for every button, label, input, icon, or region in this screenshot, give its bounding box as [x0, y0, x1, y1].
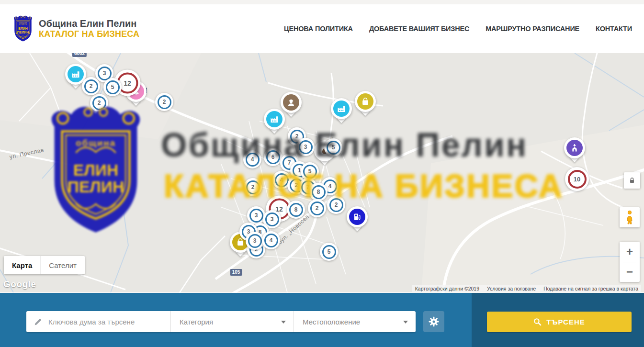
pencil-icon [34, 318, 42, 326]
nav-item-contacts[interactable]: КОНТАКТИ [596, 25, 632, 33]
search-bar: Категория Местоположение [0, 293, 644, 347]
municipality-crest-icon: община ЕЛИН ПЕЛИН [12, 15, 34, 43]
cluster-count: 2 [92, 96, 106, 110]
keyword-search-input[interactable] [26, 311, 170, 332]
map-attribution: Картографски данни ©2019 Условия за полз… [412, 285, 641, 292]
road-badge: 105 [230, 269, 242, 276]
chevron-down-icon [403, 321, 408, 324]
factory-icon [71, 69, 80, 79]
cluster-count: 2 [329, 198, 343, 212]
cluster-marker[interactable]: 2 [244, 178, 262, 196]
cluster-count: 3 [248, 234, 262, 248]
pegman-button[interactable] [620, 207, 640, 227]
search-group: Категория Местоположение [26, 311, 416, 332]
terms-link[interactable]: Условия за ползване [487, 286, 536, 291]
lock-button[interactable] [624, 172, 640, 189]
nav-item-add-business[interactable]: ДОБАВЕТЕ ВАШИЯТ БИЗНЕС [369, 25, 469, 33]
cluster-marker[interactable]: 2 [327, 196, 345, 214]
map-pin-factory[interactable] [264, 109, 285, 132]
road-badge: 6002 [72, 53, 87, 57]
svg-text:ЕЛИН: ЕЛИН [18, 27, 27, 30]
cluster-marker[interactable]: 2 [90, 94, 108, 112]
cluster-marker[interactable]: 5 [301, 162, 319, 180]
factory-icon [270, 114, 279, 124]
church-icon [570, 143, 579, 153]
attribution-copyright: Картографски данни ©2019 [415, 286, 479, 291]
cluster-count: 4 [246, 153, 260, 167]
cluster-count: 5 [327, 141, 340, 155]
pegman-icon [623, 210, 636, 224]
cluster-count: 6 [266, 150, 280, 164]
keyword-field-wrap [26, 311, 171, 332]
top-strip [0, 0, 644, 4]
cluster-marker[interactable]: 5 [103, 78, 122, 96]
category-select[interactable]: Категория [171, 311, 294, 332]
cluster-count: 8 [289, 203, 303, 217]
logo-subtitle: КАТАЛОГ НА БИЗНЕСА [39, 29, 139, 39]
search-bar-right: ТЪРСЕНЕ [472, 293, 644, 347]
advanced-search-button[interactable] [423, 311, 444, 332]
chevron-down-icon [281, 321, 286, 324]
cluster-count: 4 [264, 234, 278, 247]
location-select-value: Местоположение [303, 318, 360, 326]
cluster-count: 2 [84, 79, 98, 93]
cluster-marker[interactable]: 3 [247, 206, 265, 224]
cluster-count: 8 [312, 185, 326, 199]
cluster-count: 2 [246, 180, 260, 194]
lock-icon [628, 177, 636, 184]
map-type-map-button[interactable]: Карта [4, 256, 40, 274]
fuel-icon [352, 212, 362, 222]
zoom-in-button[interactable]: + [620, 242, 640, 262]
cluster-marker[interactable]: 8 [309, 183, 328, 201]
cluster-count: 2 [310, 201, 324, 215]
nav-item-route-schedule[interactable]: МАРШРУТНО РАЗПИСАНИЕ [486, 25, 579, 33]
map-pin-church[interactable] [564, 137, 585, 161]
page: община ЕЛИН ПЕЛИН Община Елин Пелин КАТА… [0, 0, 644, 347]
zoom-out-button[interactable]: − [620, 262, 640, 282]
logo-title: Община Елин Пелин [39, 18, 139, 29]
cluster-marker[interactable]: 2 [82, 77, 100, 95]
svg-text:ПЕЛИН: ПЕЛИН [17, 31, 29, 34]
cluster-marker[interactable]: 5 [320, 243, 338, 261]
cluster-count: 5 [322, 245, 336, 259]
cluster-count: 5 [106, 80, 120, 94]
category-select-value: Категория [180, 318, 213, 326]
cluster-marker[interactable]: 4 [243, 150, 261, 168]
cluster-marker[interactable]: 2 [308, 199, 326, 217]
map-pin-factory[interactable] [331, 98, 352, 122]
map-pin-bag[interactable] [355, 91, 376, 114]
cluster-marker[interactable]: 6 [264, 148, 282, 166]
svg-text:община: община [19, 22, 27, 24]
search-button[interactable]: ТЪРСЕНЕ [487, 312, 632, 332]
bag-icon [361, 97, 370, 106]
header: община ЕЛИН ПЕЛИН Община Елин Пелин КАТА… [0, 4, 644, 53]
cluster-marker[interactable]: 3 [296, 138, 315, 156]
cluster-count: 4 [275, 173, 289, 187]
cluster-marker[interactable]: 5 [324, 138, 342, 157]
cluster-count: 5 [303, 165, 317, 179]
map-type-control: Карта Сателит [4, 256, 85, 274]
report-error-link[interactable]: Подаване на сигнал за грешка в картата [543, 286, 638, 291]
map-pin-fuel[interactable] [347, 206, 368, 230]
cluster-count: 2 [158, 95, 171, 109]
logo-text: Община Елин Пелин КАТАЛОГ НА БИЗНЕСА [39, 18, 139, 39]
nav-item-pricing[interactable]: ЦЕНОВА ПОЛИТИКА [284, 25, 353, 33]
cluster-marker[interactable]: 4 [262, 231, 280, 249]
map-canvas[interactable]: ул. Преславбул. „Новоселки“6002105 21232… [0, 53, 644, 292]
cluster-count: 3 [265, 213, 279, 226]
cluster-marker[interactable]: 2 [155, 93, 173, 111]
site-logo[interactable]: община ЕЛИН ПЕЛИН Община Елин Пелин КАТА… [12, 15, 139, 43]
search-button-label: ТЪРСЕНЕ [546, 318, 585, 326]
location-select[interactable]: Местоположение [294, 311, 416, 332]
cluster-count: 10 [568, 170, 587, 189]
main-nav: ЦЕНОВА ПОЛИТИКАДОБАВЕТЕ ВАШИЯТ БИЗНЕСМАР… [284, 25, 632, 33]
gear-icon [429, 316, 439, 327]
google-logo[interactable]: Google [3, 279, 36, 290]
search-icon [533, 318, 542, 326]
cluster-marker[interactable]: 8 [287, 201, 305, 219]
worker-icon [286, 98, 296, 107]
search-bar-left: Категория Местоположение [0, 293, 472, 347]
map-type-satellite-button[interactable]: Сателит [40, 256, 85, 274]
cluster-marker[interactable]: 3 [246, 232, 264, 250]
cluster-marker[interactable]: 10 [565, 167, 589, 191]
